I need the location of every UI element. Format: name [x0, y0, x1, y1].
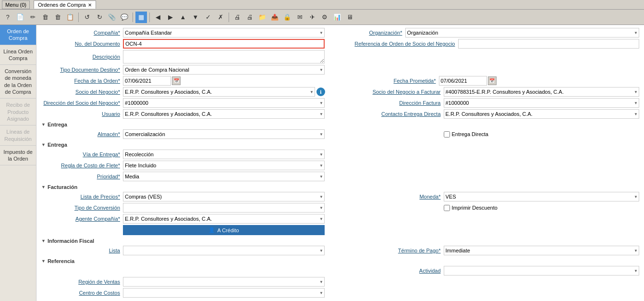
facturacion-collapse-icon: ▼: [41, 185, 46, 189]
no-documento-input[interactable]: OCN-4: [123, 39, 325, 49]
lista-label: Lista: [41, 248, 123, 253]
referencia-section-header[interactable]: ▼ Referencia: [41, 258, 639, 264]
socio-facturar-select[interactable]: #400788315-E.R.P. Consultores y Asociado…: [444, 87, 640, 97]
via-entrega-select[interactable]: Recolección: [123, 150, 325, 159]
down-button[interactable]: ▼: [190, 12, 201, 23]
monitor-button[interactable]: 🖥: [344, 12, 355, 23]
termino-pago-select[interactable]: Immediate: [444, 246, 640, 255]
sidebar-label: Orden de Compra: [7, 28, 29, 41]
facturacion-section-header[interactable]: ▼ Facturación: [41, 184, 639, 190]
almacen-select[interactable]: Comercialización: [123, 129, 325, 139]
sidebar-item-conversion[interactable]: Conversión de moneda de la Orden de Comp…: [0, 65, 36, 99]
tipo-conversion-label: Tipo de Conversión: [41, 205, 123, 211]
lock-button[interactable]: 🔒: [281, 12, 293, 23]
up-button[interactable]: ▲: [177, 12, 189, 23]
compania-label: Compañía*: [41, 30, 123, 36]
delete-button[interactable]: 🗑: [39, 12, 51, 23]
agente-compania-select[interactable]: E.R.P. Consultores y Asociados, C.A.: [123, 214, 325, 224]
fecha-prometida-calendar-icon[interactable]: 📅: [488, 76, 497, 85]
settings-button[interactable]: ⚙: [319, 12, 330, 23]
descripcion-textarea[interactable]: [123, 50, 325, 63]
main-tab[interactable]: Ordenes de Compra ✕: [34, 0, 96, 9]
new-button[interactable]: 📄: [14, 12, 26, 23]
sidebar-item-impuesto[interactable]: Impuesto de la Orden: [0, 146, 36, 166]
entrega1-section-header[interactable]: ▼ Entrega: [41, 122, 639, 127]
fecha-orden-input[interactable]: [123, 76, 171, 86]
entrega1-collapse-icon: ▼: [41, 122, 46, 127]
tipo-conversion-select[interactable]: [123, 203, 325, 213]
entrega-directa-checkbox[interactable]: [444, 131, 450, 138]
contacto-select[interactable]: E.R.P. Consultores y Asociados, C.A.: [444, 109, 640, 119]
compania-select[interactable]: Compañía Estandar: [123, 28, 325, 38]
menu-button[interactable]: Menu (0): [2, 0, 30, 9]
organizacion-label: Organización*: [343, 30, 405, 36]
export-button[interactable]: 📤: [269, 12, 280, 23]
prioridad-label: Prioridad*: [41, 174, 123, 179]
grid-button[interactable]: ▦: [135, 12, 147, 23]
fiscal-section-header[interactable]: ▼ Información Fiscal: [41, 238, 639, 244]
credito-button[interactable]: 👤 A Crédito: [123, 225, 325, 235]
sidebar-item-recibo: Recibo de Producto Asignado: [0, 99, 36, 125]
fecha-prometida-input[interactable]: [439, 76, 487, 86]
toolbar: ? 📄 ✏ 🗑 🗑 📋 ↺ ↻ 📎 💬 ▦ ◀ ▶ ▲ ▼ ✓ ✗ 🖨 🖨 📁 …: [0, 10, 644, 25]
organizacion-select[interactable]: Organización: [405, 28, 640, 38]
imprimir-descuento-label: Imprimir Descuento: [452, 205, 498, 211]
usuario-select[interactable]: E.R.P. Consultores y Asociados, C.A.: [123, 109, 325, 119]
imprimir-descuento-checkbox[interactable]: [444, 205, 450, 211]
descripcion-label: Descripción: [41, 54, 123, 60]
sidebar-item-orden-compra[interactable]: Orden de Compra: [0, 25, 36, 45]
contacto-label: Contacto Entrega Directa: [343, 111, 444, 117]
x-button[interactable]: ✗: [215, 12, 226, 23]
direccion-socio-select[interactable]: #1000000: [123, 98, 325, 108]
entrega2-title: Entrega: [48, 142, 67, 148]
credito-icon: 👤: [208, 227, 215, 233]
region-ventas-select[interactable]: [123, 277, 325, 287]
socio-negocio-info-icon[interactable]: ℹ: [316, 88, 325, 96]
tab-close-icon[interactable]: ✕: [88, 2, 92, 8]
entrega-directa-wrap: Entrega Directa: [444, 131, 488, 138]
fecha-orden-calendar-icon[interactable]: 📅: [172, 76, 181, 85]
entrega2-section-header[interactable]: ▼ Entrega: [41, 142, 639, 148]
folder-button[interactable]: 📁: [256, 12, 268, 23]
delete2-button[interactable]: 🗑: [52, 12, 63, 23]
ref-orden-input[interactable]: [458, 39, 640, 49]
edit-button[interactable]: ✏: [27, 12, 38, 23]
moneda-select[interactable]: VES: [444, 192, 640, 201]
centro-costos-select[interactable]: [123, 288, 325, 298]
refresh-button[interactable]: ↺: [81, 12, 93, 23]
copy-button[interactable]: 📋: [64, 12, 76, 23]
entrega-directa-label: Entrega Directa: [452, 131, 488, 137]
sidebar: Orden de Compra Línea Orden Compra Conve…: [0, 25, 36, 301]
send-button[interactable]: ✉: [294, 12, 305, 23]
back-button[interactable]: ◀: [152, 12, 164, 23]
attach-button[interactable]: 📎: [106, 12, 118, 23]
lista-select[interactable]: [123, 246, 325, 255]
fiscal-title: Información Fiscal: [48, 238, 94, 244]
chart-button[interactable]: 📊: [331, 12, 343, 23]
entrega2-collapse-icon: ▼: [41, 142, 46, 147]
tipo-doc-select[interactable]: Orden de Compra Nacional: [123, 65, 325, 75]
refresh2-button[interactable]: ↻: [94, 12, 105, 23]
chat-button[interactable]: 💬: [119, 12, 130, 23]
entrega1-title: Entrega: [48, 122, 67, 127]
print2-button[interactable]: 🖨: [244, 12, 255, 23]
actividad-label: Actividad: [343, 268, 444, 274]
print-button[interactable]: 🖨: [231, 12, 243, 23]
prioridad-select[interactable]: Media: [123, 172, 325, 181]
fly-button[interactable]: ✈: [306, 12, 318, 23]
regla-costo-select[interactable]: Flete Incluido: [123, 161, 325, 170]
socio-negocio-select[interactable]: E.R.P. Consultores y Asociados, C.A.: [123, 87, 315, 97]
help-button[interactable]: ?: [2, 12, 13, 23]
actividad-select[interactable]: [444, 266, 640, 276]
sidebar-item-linea-orden[interactable]: Línea Orden Compra: [0, 45, 36, 65]
centro-costos-label: Centro de Costos: [41, 290, 123, 296]
direccion-factura-select[interactable]: #1000000: [444, 98, 640, 108]
check-button[interactable]: ✓: [202, 12, 214, 23]
main-area: Orden de Compra Línea Orden Compra Conve…: [0, 25, 644, 301]
fiscal-collapse-icon: ▼: [41, 238, 46, 243]
lista-precios-select[interactable]: Compras (VES): [123, 192, 325, 201]
ref-orden-label: Referencia de Orden de Socio del Negocio: [343, 41, 458, 47]
credito-label: A Crédito: [217, 227, 239, 233]
socio-facturar-label: Socio del Negocio a Facturar: [343, 89, 444, 95]
forward-button[interactable]: ▶: [165, 12, 176, 23]
